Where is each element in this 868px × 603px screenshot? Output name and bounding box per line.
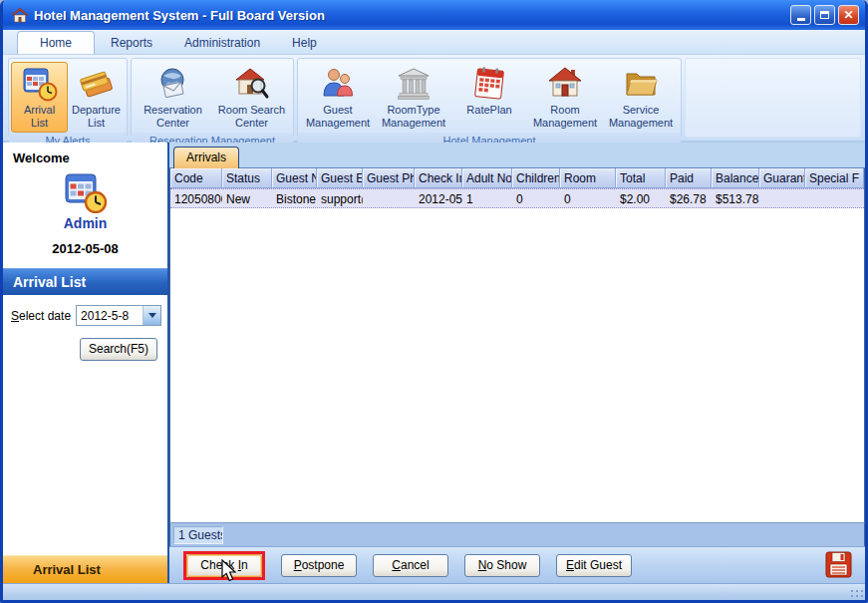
tab-arrivals[interactable]: Arrivals <box>173 147 239 168</box>
ribbon-label: Management <box>533 117 597 129</box>
mouse-cursor-icon <box>220 559 237 583</box>
window-title: Hotel Management System - Full Board Ver… <box>34 8 790 23</box>
ribbon-item-arrival-list[interactable]: ArrivalList <box>11 62 68 133</box>
ribbon-empty-area <box>685 58 861 138</box>
column-header-adult-no[interactable]: Adult No. <box>462 168 512 187</box>
cell-status: New <box>222 189 272 207</box>
ribbon-label: Management <box>382 117 445 129</box>
select-date-label: Select date <box>11 309 71 323</box>
app-home-icon <box>11 7 29 23</box>
ribbon-group-my-alerts: ArrivalList DepartureList My Alerts <box>8 58 128 138</box>
tab-administration[interactable]: Administration <box>168 32 276 54</box>
ribbon-label: Departure <box>72 104 121 116</box>
column-header-code[interactable]: Code <box>170 168 222 187</box>
tab-reports[interactable]: Reports <box>95 32 168 54</box>
table-row[interactable]: 12050800 New Bistone S support@ 2012-05-… <box>170 188 864 208</box>
ribbon-item-roomtype-management[interactable]: RoomTypeManagement <box>376 62 451 133</box>
ribbon-label: Management <box>306 117 370 129</box>
sidebar-panel-title: Arrival List <box>3 268 167 295</box>
date-combobox-value: 2012-5-8 <box>77 309 143 323</box>
guest-count-badge: 1 Guests <box>173 526 223 544</box>
column-header-paid[interactable]: Paid <box>666 168 712 187</box>
app-window: Hotel Management System - Full Board Ver… <box>0 0 868 603</box>
sidebar-bottom-bar[interactable]: Arrival List <box>3 555 167 583</box>
cell-total: $2.00 <box>616 189 666 207</box>
ribbon-label: Arrival <box>24 104 55 116</box>
column-header-total[interactable]: Total <box>616 168 666 187</box>
ribbon-item-reservation-center[interactable]: ReservationCenter <box>134 62 212 133</box>
cell-guest-phone <box>363 189 415 207</box>
arrivals-table: Code Status Guest Na Guest Em Guest Ph C… <box>169 168 865 522</box>
ribbon-label: Room <box>550 104 579 116</box>
ribbon-label: RatePlan <box>466 104 511 116</box>
close-button[interactable]: ✕ <box>838 5 859 25</box>
combobox-dropdown-button[interactable] <box>143 306 160 325</box>
ribbon-label: List <box>88 117 105 129</box>
resize-grip-icon[interactable] <box>850 589 863 602</box>
cell-guest-name: Bistone S <box>272 189 317 207</box>
edit-guest-button[interactable]: Edit Guest <box>556 554 632 577</box>
cell-balance: $513.78 <box>712 189 759 207</box>
save-floppy-icon[interactable] <box>824 550 853 579</box>
guest-count-strip: 1 Guests <box>169 522 865 546</box>
column-header-balance[interactable]: Balance <box>712 168 759 187</box>
tab-home[interactable]: Home <box>17 31 95 54</box>
minimize-icon <box>797 18 805 21</box>
cell-check-in: 2012-05-08 <box>415 189 462 207</box>
minimize-button[interactable] <box>790 5 811 25</box>
ribbon-item-service-management[interactable]: ServiceManagement <box>603 62 679 133</box>
departure-list-icon <box>79 66 115 102</box>
ribbon-label: Guest <box>323 104 352 116</box>
menu-bar: Home Reports Administration Help <box>3 30 865 55</box>
rateplan-icon <box>471 66 507 102</box>
cell-adult-no: 1 <box>462 189 512 207</box>
ribbon-label: Reservation <box>144 104 202 116</box>
tab-help[interactable]: Help <box>276 32 333 54</box>
current-date: 2012-05-08 <box>3 241 167 262</box>
welcome-label: Welcome <box>3 151 167 165</box>
cancel-button[interactable]: Cancel <box>373 554 448 577</box>
ribbon-label: RoomType <box>387 104 439 116</box>
title-bar: Hotel Management System - Full Board Ver… <box>3 0 865 30</box>
user-calendar-icon <box>64 171 108 213</box>
cell-children-no: 0 <box>512 189 560 207</box>
table-header-row: Code Status Guest Na Guest Em Guest Ph C… <box>170 168 864 188</box>
ribbon-item-rateplan[interactable]: RatePlan <box>451 62 527 120</box>
column-header-room[interactable]: Room <box>560 168 616 187</box>
sidebar: Welcome Admin 2012-05-08 Arrival List Se… <box>3 143 169 583</box>
maximize-button[interactable] <box>814 5 835 25</box>
roomtype-management-icon <box>396 66 432 102</box>
column-header-guest-email[interactable]: Guest Em <box>317 168 363 187</box>
ribbon-item-room-management[interactable]: RoomManagement <box>527 62 603 133</box>
date-combobox[interactable]: 2012-5-8 <box>76 305 161 326</box>
no-show-button[interactable]: No Show <box>464 554 540 577</box>
status-bar <box>3 583 865 603</box>
maximize-icon <box>820 11 829 19</box>
user-name: Admin <box>3 215 167 231</box>
ribbon-label: Room Search <box>218 104 285 116</box>
document-tab-bar: Arrivals <box>169 143 865 168</box>
search-button[interactable]: Search(F5) <box>80 338 157 361</box>
ribbon-label: List <box>31 117 48 129</box>
ribbon-item-departure-list[interactable]: DepartureList <box>68 62 125 133</box>
postpone-button[interactable]: Postpone <box>281 554 357 577</box>
cell-guest-email: support@ <box>317 189 363 207</box>
room-search-center-icon <box>234 66 270 102</box>
service-management-icon <box>623 66 659 102</box>
column-header-guest-name[interactable]: Guest Na <box>272 168 317 187</box>
column-header-guest-phone[interactable]: Guest Ph <box>363 168 415 187</box>
column-header-special[interactable]: Special F <box>805 168 864 187</box>
ribbon-item-guest-management[interactable]: GuestManagement <box>300 62 376 133</box>
column-header-status[interactable]: Status <box>222 168 272 187</box>
room-management-icon <box>547 66 583 102</box>
ribbon-label: Center <box>156 117 189 129</box>
ribbon-group-reservation-management: ReservationCenter Room SearchCenter Rese… <box>131 58 294 138</box>
ribbon: ArrivalList DepartureList My Alerts <box>3 55 865 143</box>
column-header-check-in[interactable]: Check In <box>415 168 462 187</box>
ribbon-item-room-search-center[interactable]: Room SearchCenter <box>212 62 291 133</box>
ribbon-group-hotel-management: GuestManagement RoomTypeManagement <box>297 58 682 138</box>
column-header-children[interactable]: Children I <box>512 168 560 187</box>
chevron-down-icon <box>148 313 156 318</box>
column-header-guarantee[interactable]: Guarante <box>759 168 805 187</box>
ribbon-label: Service <box>623 104 660 116</box>
